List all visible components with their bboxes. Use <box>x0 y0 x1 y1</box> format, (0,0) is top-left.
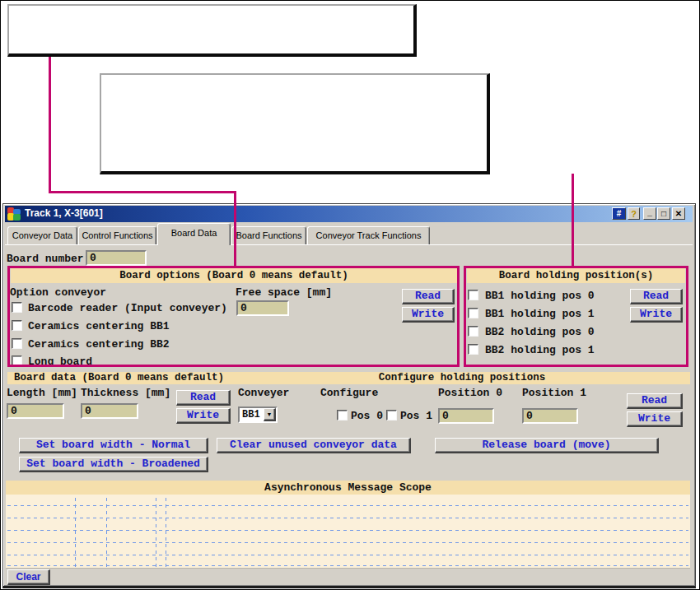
help-button[interactable]: ? <box>628 207 640 220</box>
scope-horizontal-gridline <box>7 555 688 555</box>
board-options-write-button[interactable]: Write <box>402 307 455 323</box>
annotation-connector-line-2-vertical <box>572 174 574 268</box>
tab-conveyor-data[interactable]: Conveyor Data <box>7 226 77 244</box>
thickness-label: Thickness [mm] <box>81 387 170 399</box>
barcode-reader-checkbox[interactable] <box>12 302 22 313</box>
title-bar[interactable] <box>5 206 693 222</box>
help-icon: ? <box>631 209 637 219</box>
board-holding-read-button[interactable]: Read <box>630 289 683 304</box>
bb2-holding-pos1-checkbox[interactable] <box>468 344 478 355</box>
app-icon-green-piece <box>13 214 21 221</box>
bb1-holding-pos1-checkbox[interactable] <box>468 308 478 318</box>
pos1-checkbox[interactable] <box>386 410 397 420</box>
pos0-label: Pos 0 <box>351 410 383 422</box>
set-board-width-normal-button[interactable]: Set board width - Normal <box>19 438 208 453</box>
position1-input[interactable]: 0 <box>522 408 578 424</box>
option-conveyor-column-label: Option conveyor <box>10 286 106 299</box>
ceramics-centering-bb1-checkbox[interactable] <box>12 320 22 331</box>
scope-vertical-gridline <box>166 498 166 567</box>
long-board-checkbox[interactable] <box>12 355 22 366</box>
configure-holding-header: Configure holding positions <box>234 372 690 384</box>
length-label: Length [mm] <box>7 387 77 399</box>
board-options-header: Board options (Board 0 means default) <box>11 268 457 283</box>
board-number-input[interactable]: 0 <box>86 250 147 266</box>
annotation-connector-line-1-horizontal <box>49 191 236 193</box>
configure-label: Configure <box>320 387 378 399</box>
bb2-holding-pos0-checkbox[interactable] <box>468 326 478 337</box>
annotation-connector-line-1-vertical-b <box>234 191 236 268</box>
scope-vertical-gridline <box>156 498 156 567</box>
clear-unused-conveyor-data-button[interactable]: Clear unused conveyor data <box>217 438 411 453</box>
pos0-checkbox[interactable] <box>337 410 348 420</box>
tab-control-functions[interactable]: Control Functions <box>78 226 156 244</box>
manual-figure-page: Track 1, X-3[601] # ? _ □ ✕ Conveyor Dat… <box>0 0 700 590</box>
close-icon: ✕ <box>675 209 682 218</box>
free-space-input[interactable]: 0 <box>236 300 289 316</box>
tab-strip-baseline <box>5 244 693 245</box>
board-number-label: Board number: <box>7 253 90 265</box>
callout-box-1 <box>7 4 417 57</box>
thickness-input[interactable]: 0 <box>81 403 138 419</box>
scope-vertical-gridline <box>106 498 107 567</box>
app-icon <box>7 207 21 221</box>
board-holding-write-button[interactable]: Write <box>630 307 683 323</box>
ceramics-centering-bb2-label: Ceramics centering BB2 <box>28 338 170 351</box>
tab-board-data[interactable]: Board Data <box>157 223 231 245</box>
tab-board-functions[interactable]: Board Functions <box>231 226 306 244</box>
callout-box-2 <box>100 73 490 174</box>
minimize-button[interactable]: _ <box>643 207 656 220</box>
set-board-width-broadened-button[interactable]: Set board width - Broadened <box>19 457 208 472</box>
configure-holding-write-button[interactable]: Write <box>627 411 683 427</box>
conveyer-dropdown-arrow-button[interactable]: ▼ <box>264 408 276 421</box>
scope-clear-button[interactable]: Clear <box>7 569 50 585</box>
scope-horizontal-gridline <box>7 530 688 531</box>
pos1-label: Pos 1 <box>400 410 432 422</box>
close-button[interactable]: ✕ <box>672 207 685 220</box>
bb1-holding-pos1-label: BB1 holding pos 1 <box>485 308 595 320</box>
barcode-reader-label: Barcode reader (Input conveyer) <box>28 302 227 314</box>
board-data-read-button[interactable]: Read <box>176 390 231 406</box>
window-title: Track 1, X-3[601] <box>25 207 103 219</box>
scope-header: Asynchronous Message Scope <box>6 481 690 495</box>
maximize-icon: □ <box>661 209 666 218</box>
hash-icon: # <box>617 209 622 218</box>
bb2-holding-pos1-label: BB2 holding pos 1 <box>485 344 595 356</box>
ceramics-centering-bb2-checkbox[interactable] <box>12 338 22 349</box>
chevron-down-icon: ▼ <box>267 411 273 417</box>
board-options-read-button[interactable]: Read <box>402 289 455 304</box>
scope-horizontal-gridline <box>7 565 688 566</box>
position0-label: Position 0 <box>438 387 502 399</box>
scope-horizontal-gridline <box>7 518 688 518</box>
release-board-move-button[interactable]: Release board (move) <box>435 438 659 453</box>
conveyer-label: Conveyer <box>238 387 289 399</box>
board-data-header: Board data (Board 0 means default) <box>7 372 234 384</box>
position1-label: Position 1 <box>522 387 586 399</box>
board-holding-header: Board holding position(s) <box>467 268 685 283</box>
maximize-button[interactable]: □ <box>657 207 670 220</box>
bb2-holding-pos0-label: BB2 holding pos 0 <box>485 326 595 338</box>
position0-input[interactable]: 0 <box>438 408 494 424</box>
ceramics-centering-bb1-label: Ceramics centering BB1 <box>28 320 170 332</box>
scope-horizontal-gridline <box>7 505 688 506</box>
bb1-holding-pos0-label: BB1 holding pos 0 <box>485 290 595 302</box>
free-space-label: Free space [mm] <box>236 286 332 299</box>
scope-plot-area[interactable] <box>6 495 690 569</box>
trace-window-button[interactable]: # <box>612 207 626 220</box>
configure-holding-read-button[interactable]: Read <box>627 393 683 409</box>
scope-horizontal-gridline <box>7 542 688 543</box>
long-board-label: Long board <box>28 355 92 368</box>
minimize-icon: _ <box>647 207 652 216</box>
length-input[interactable]: 0 <box>7 403 64 419</box>
conveyer-dropdown[interactable]: BB1 ▼ <box>238 406 278 423</box>
conveyer-dropdown-value: BB1 <box>242 409 260 420</box>
bb1-holding-pos0-checkbox[interactable] <box>468 290 478 300</box>
scope-vertical-gridline <box>75 498 76 567</box>
tab-conveyor-track-functions[interactable]: Conveyor Track Functions <box>307 226 430 244</box>
board-data-write-button[interactable]: Write <box>176 408 231 424</box>
annotation-connector-line-1-vertical-a <box>49 57 51 193</box>
